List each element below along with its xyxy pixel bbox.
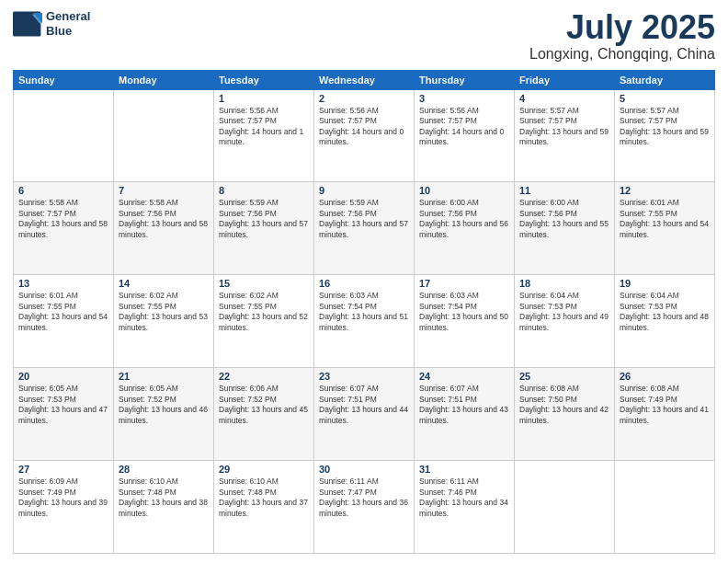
calendar-cell	[114, 89, 214, 182]
calendar-cell: 22 Sunrise: 6:06 AMSunset: 7:52 PMDaylig…	[214, 368, 314, 461]
calendar-cell	[14, 89, 114, 182]
calendar-cell: 31 Sunrise: 6:11 AMSunset: 7:46 PMDaylig…	[415, 461, 515, 554]
day-number: 30	[319, 464, 409, 475]
day-number: 2	[319, 93, 409, 104]
day-number: 29	[219, 464, 309, 475]
calendar-cell: 12 Sunrise: 6:01 AMSunset: 7:55 PMDaylig…	[615, 182, 715, 275]
day-info: Sunrise: 6:11 AMSunset: 7:47 PMDaylight:…	[319, 477, 409, 519]
day-number: 10	[419, 185, 509, 196]
calendar-header-row: Sunday Monday Tuesday Wednesday Thursday…	[14, 70, 715, 89]
col-wednesday: Wednesday	[314, 70, 415, 89]
day-info: Sunrise: 5:57 AMSunset: 7:57 PMDaylight:…	[620, 106, 710, 148]
calendar-cell: 26 Sunrise: 6:08 AMSunset: 7:49 PMDaylig…	[615, 368, 715, 461]
day-number: 24	[419, 371, 509, 382]
col-monday: Monday	[114, 70, 214, 89]
day-info: Sunrise: 6:04 AMSunset: 7:53 PMDaylight:…	[519, 291, 609, 333]
day-number: 12	[620, 185, 710, 196]
day-info: Sunrise: 6:07 AMSunset: 7:51 PMDaylight:…	[419, 384, 509, 426]
day-info: Sunrise: 6:03 AMSunset: 7:54 PMDaylight:…	[419, 291, 509, 333]
calendar-cell: 3 Sunrise: 5:56 AMSunset: 7:57 PMDayligh…	[415, 89, 515, 182]
day-number: 22	[219, 371, 309, 382]
logo: General Blue	[13, 9, 90, 38]
day-number: 13	[18, 278, 108, 289]
calendar-cell: 28 Sunrise: 6:10 AMSunset: 7:48 PMDaylig…	[114, 461, 214, 554]
day-info: Sunrise: 6:04 AMSunset: 7:53 PMDaylight:…	[620, 291, 710, 333]
calendar-cell: 19 Sunrise: 6:04 AMSunset: 7:53 PMDaylig…	[615, 275, 715, 368]
day-info: Sunrise: 5:56 AMSunset: 7:57 PMDaylight:…	[219, 106, 309, 148]
calendar-week-row: 27 Sunrise: 6:09 AMSunset: 7:49 PMDaylig…	[14, 461, 715, 554]
calendar-cell: 20 Sunrise: 6:05 AMSunset: 7:53 PMDaylig…	[14, 368, 114, 461]
calendar-week-row: 20 Sunrise: 6:05 AMSunset: 7:53 PMDaylig…	[14, 368, 715, 461]
calendar-cell: 7 Sunrise: 5:58 AMSunset: 7:56 PMDayligh…	[114, 182, 214, 275]
day-number: 9	[319, 185, 409, 196]
day-number: 20	[18, 371, 108, 382]
logo-text: General Blue	[46, 9, 90, 38]
day-info: Sunrise: 6:05 AMSunset: 7:52 PMDaylight:…	[119, 384, 209, 426]
calendar-cell: 9 Sunrise: 5:59 AMSunset: 7:56 PMDayligh…	[314, 182, 415, 275]
day-number: 14	[119, 278, 209, 289]
day-number: 7	[119, 185, 209, 196]
col-saturday: Saturday	[615, 70, 715, 89]
calendar-cell: 27 Sunrise: 6:09 AMSunset: 7:49 PMDaylig…	[14, 461, 114, 554]
calendar-cell: 6 Sunrise: 5:58 AMSunset: 7:57 PMDayligh…	[14, 182, 114, 275]
calendar-week-row: 6 Sunrise: 5:58 AMSunset: 7:57 PMDayligh…	[14, 182, 715, 275]
calendar-cell: 2 Sunrise: 5:56 AMSunset: 7:57 PMDayligh…	[314, 89, 415, 182]
logo-icon	[13, 11, 42, 37]
day-number: 17	[419, 278, 509, 289]
calendar-cell: 4 Sunrise: 5:57 AMSunset: 7:57 PMDayligh…	[515, 89, 615, 182]
day-info: Sunrise: 6:01 AMSunset: 7:55 PMDaylight:…	[620, 198, 710, 240]
day-number: 5	[620, 93, 710, 104]
day-number: 19	[620, 278, 710, 289]
day-number: 8	[219, 185, 309, 196]
calendar-cell	[515, 461, 615, 554]
day-info: Sunrise: 5:56 AMSunset: 7:57 PMDaylight:…	[319, 106, 409, 148]
day-number: 21	[119, 371, 209, 382]
day-info: Sunrise: 5:58 AMSunset: 7:56 PMDaylight:…	[119, 198, 209, 240]
day-number: 23	[319, 371, 409, 382]
calendar-week-row: 1 Sunrise: 5:56 AMSunset: 7:57 PMDayligh…	[14, 89, 715, 182]
day-number: 27	[18, 464, 108, 475]
calendar-cell: 30 Sunrise: 6:11 AMSunset: 7:47 PMDaylig…	[314, 461, 415, 554]
day-number: 6	[18, 185, 108, 196]
calendar-cell: 23 Sunrise: 6:07 AMSunset: 7:51 PMDaylig…	[314, 368, 415, 461]
day-info: Sunrise: 6:08 AMSunset: 7:49 PMDaylight:…	[620, 384, 710, 426]
calendar-cell: 15 Sunrise: 6:02 AMSunset: 7:55 PMDaylig…	[214, 275, 314, 368]
day-info: Sunrise: 6:07 AMSunset: 7:51 PMDaylight:…	[319, 384, 409, 426]
calendar-cell: 17 Sunrise: 6:03 AMSunset: 7:54 PMDaylig…	[415, 275, 515, 368]
day-number: 31	[419, 464, 509, 475]
day-info: Sunrise: 5:56 AMSunset: 7:57 PMDaylight:…	[419, 106, 509, 148]
calendar-cell: 21 Sunrise: 6:05 AMSunset: 7:52 PMDaylig…	[114, 368, 214, 461]
day-info: Sunrise: 5:58 AMSunset: 7:57 PMDaylight:…	[18, 198, 108, 240]
day-info: Sunrise: 6:08 AMSunset: 7:50 PMDaylight:…	[519, 384, 609, 426]
day-info: Sunrise: 6:06 AMSunset: 7:52 PMDaylight:…	[219, 384, 309, 426]
day-info: Sunrise: 5:57 AMSunset: 7:57 PMDaylight:…	[519, 106, 609, 148]
day-info: Sunrise: 6:10 AMSunset: 7:48 PMDaylight:…	[119, 477, 209, 519]
day-number: 11	[519, 185, 609, 196]
day-info: Sunrise: 5:59 AMSunset: 7:56 PMDaylight:…	[319, 198, 409, 240]
calendar-cell	[615, 461, 715, 554]
col-tuesday: Tuesday	[214, 70, 314, 89]
day-info: Sunrise: 6:05 AMSunset: 7:53 PMDaylight:…	[18, 384, 108, 426]
day-info: Sunrise: 6:00 AMSunset: 7:56 PMDaylight:…	[419, 198, 509, 240]
day-number: 4	[519, 93, 609, 104]
day-number: 28	[119, 464, 209, 475]
title-block: July 2025 Longxing, Chongqing, China	[529, 9, 715, 63]
calendar-week-row: 13 Sunrise: 6:01 AMSunset: 7:55 PMDaylig…	[14, 275, 715, 368]
calendar-cell: 13 Sunrise: 6:01 AMSunset: 7:55 PMDaylig…	[14, 275, 114, 368]
calendar-table: Sunday Monday Tuesday Wednesday Thursday…	[13, 70, 715, 554]
day-info: Sunrise: 6:02 AMSunset: 7:55 PMDaylight:…	[219, 291, 309, 333]
day-info: Sunrise: 6:01 AMSunset: 7:55 PMDaylight:…	[18, 291, 108, 333]
col-sunday: Sunday	[14, 70, 114, 89]
day-info: Sunrise: 6:11 AMSunset: 7:46 PMDaylight:…	[419, 477, 509, 519]
calendar-cell: 29 Sunrise: 6:10 AMSunset: 7:48 PMDaylig…	[214, 461, 314, 554]
month-title: July 2025	[529, 9, 715, 46]
day-number: 3	[419, 93, 509, 104]
calendar-cell: 8 Sunrise: 5:59 AMSunset: 7:56 PMDayligh…	[214, 182, 314, 275]
calendar-cell: 10 Sunrise: 6:00 AMSunset: 7:56 PMDaylig…	[415, 182, 515, 275]
day-number: 15	[219, 278, 309, 289]
day-number: 26	[620, 371, 710, 382]
day-number: 1	[219, 93, 309, 104]
calendar-cell: 16 Sunrise: 6:03 AMSunset: 7:54 PMDaylig…	[314, 275, 415, 368]
calendar-page: General Blue July 2025 Longxing, Chongqi…	[0, 0, 728, 563]
calendar-cell: 11 Sunrise: 6:00 AMSunset: 7:56 PMDaylig…	[515, 182, 615, 275]
